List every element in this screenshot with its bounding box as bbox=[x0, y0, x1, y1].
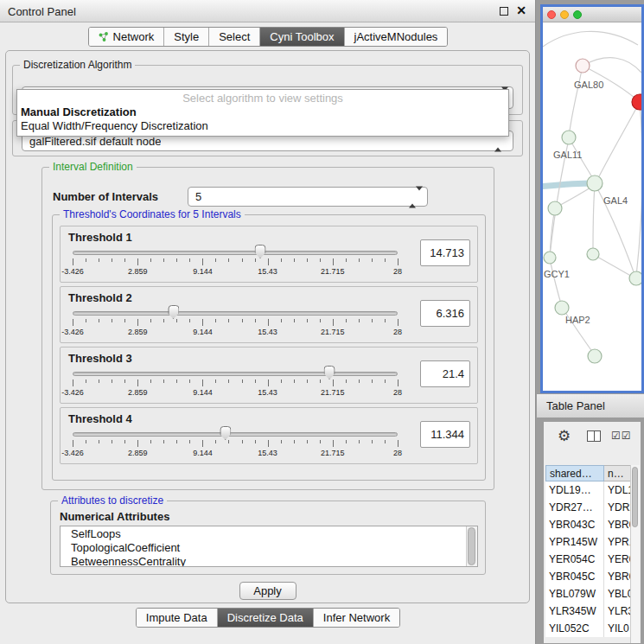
window-title: Control Panel bbox=[8, 5, 76, 18]
table-row[interactable]: YIL052CYIL0… bbox=[545, 620, 632, 637]
slider-track[interactable] bbox=[73, 432, 398, 437]
slider-thumb[interactable] bbox=[168, 305, 179, 319]
threshold-slider[interactable]: -3.4262.8599.14415.4321.71528 bbox=[67, 303, 406, 342]
threshold-slider[interactable]: -3.4262.8599.14415.4321.71528 bbox=[67, 242, 406, 282]
column-header[interactable]: shared… bbox=[545, 465, 604, 481]
network-node[interactable] bbox=[576, 59, 590, 73]
node-label: HAP2 bbox=[565, 315, 590, 325]
tab-select[interactable]: Select bbox=[209, 28, 260, 46]
dropdown-item[interactable]: Manual Discretization bbox=[17, 105, 508, 119]
network-node[interactable] bbox=[629, 271, 641, 285]
table-cell: YIL0… bbox=[604, 620, 632, 637]
tab-discretize-data[interactable]: Discretize Data bbox=[218, 609, 314, 627]
table-row[interactable]: YBR045CYBR0… bbox=[545, 568, 632, 585]
table-row[interactable]: YDL19…YDL1… bbox=[545, 481, 632, 499]
apply-button[interactable]: Apply bbox=[239, 582, 296, 600]
slider-tick-labels: -3.4262.8599.14415.4321.71528 bbox=[73, 449, 398, 458]
tick-label: 21.715 bbox=[321, 328, 345, 336]
slider-thumb[interactable] bbox=[324, 366, 335, 379]
network-node[interactable] bbox=[587, 175, 603, 191]
table-cell: YBL079W bbox=[545, 585, 604, 603]
network-view-window[interactable]: GAL80GAL11GAL4GCY1HAP2 bbox=[540, 4, 644, 393]
threshold-value-field[interactable]: 21.4 bbox=[420, 360, 470, 387]
tick-label: 28 bbox=[393, 267, 402, 276]
tick-label: -3.426 bbox=[61, 449, 84, 457]
scrollbar-thumb[interactable] bbox=[632, 467, 638, 527]
tick-label: 28 bbox=[393, 449, 402, 457]
slider-tick-labels: -3.4262.8599.14415.4321.71528 bbox=[73, 388, 398, 398]
table-row[interactable]: YBL079WYBL0… bbox=[545, 585, 632, 603]
scrollbar-thumb[interactable] bbox=[468, 527, 475, 565]
table-row[interactable]: YER054CYER0… bbox=[545, 551, 632, 568]
node-label: GAL11 bbox=[553, 150, 582, 160]
tab-jactivemnodules[interactable]: jActiveMNodules bbox=[345, 28, 448, 46]
tab-label: Infer Network bbox=[323, 611, 390, 624]
float-window-icon[interactable] bbox=[500, 7, 508, 16]
threshold-row: Threshold 1 -3.4262.8599.14415.4321.7152… bbox=[60, 226, 478, 283]
slider-track[interactable] bbox=[73, 311, 398, 316]
mac-zoom-icon[interactable] bbox=[573, 10, 582, 19]
tab-cyni-toolbox[interactable]: Cyni Toolbox bbox=[260, 28, 344, 46]
attributes-listbox[interactable]: SelfLoopsTopologicalCoefficientBetweenne… bbox=[60, 526, 478, 567]
network-canvas[interactable]: GAL80GAL11GAL4GCY1HAP2 bbox=[543, 22, 641, 391]
table-panel: ⚙ ☑☑ shared…n… YDL19…YDL1…YDR27…YDR2…YBR… bbox=[543, 421, 641, 644]
threshold-value-field[interactable]: 11.344 bbox=[420, 421, 470, 448]
tick-label: 2.859 bbox=[128, 388, 148, 397]
node-label: GAL4 bbox=[603, 195, 628, 206]
slider-track[interactable] bbox=[73, 372, 398, 376]
network-node[interactable] bbox=[587, 248, 599, 260]
table-scrollbar[interactable] bbox=[630, 465, 640, 643]
threshold-slider[interactable]: -3.4262.8599.14415.4321.71528 bbox=[67, 363, 406, 403]
table-cell: YBR0… bbox=[604, 516, 632, 533]
table-cell: YIL052C bbox=[545, 620, 604, 637]
bottom-tab-bar: Impute DataDiscretize DataInfer Network bbox=[0, 608, 536, 628]
gear-icon[interactable]: ⚙ bbox=[558, 427, 571, 445]
tab-network[interactable]: Network bbox=[89, 28, 165, 46]
network-node[interactable] bbox=[588, 349, 602, 363]
table-cell: YBR0… bbox=[604, 568, 632, 585]
slider-thumb[interactable] bbox=[255, 245, 266, 258]
threshold-value-field[interactable]: 14.713 bbox=[420, 239, 470, 266]
tab-impute-data[interactable]: Impute Data bbox=[137, 609, 218, 627]
slider-thumb[interactable] bbox=[220, 426, 231, 440]
tab-infer-network[interactable]: Infer Network bbox=[314, 609, 399, 627]
column-header[interactable]: n… bbox=[604, 465, 632, 481]
node-label: GCY1 bbox=[544, 269, 570, 279]
mac-minimize-icon[interactable] bbox=[560, 10, 569, 19]
network-node[interactable] bbox=[555, 301, 569, 315]
attributes-scrollbar[interactable] bbox=[466, 526, 477, 566]
slider-ticks bbox=[73, 319, 398, 327]
dropdown-item[interactable]: Equal Width/Frequency Discretization bbox=[17, 119, 508, 133]
numerical-attributes-label: Numerical Attributes bbox=[60, 510, 169, 523]
table-cell: YBL0… bbox=[604, 585, 632, 603]
network-node[interactable] bbox=[544, 252, 556, 264]
mac-close-icon[interactable] bbox=[547, 10, 556, 19]
tick-label: 2.859 bbox=[128, 328, 148, 336]
network-node[interactable] bbox=[562, 131, 576, 144]
threshold-slider[interactable]: -3.4262.8599.14415.4321.71528 bbox=[67, 424, 406, 463]
attribute-list-item[interactable]: SelfLoops bbox=[71, 527, 477, 541]
close-icon[interactable]: ✕ bbox=[516, 3, 526, 17]
tab-style[interactable]: Style bbox=[164, 28, 209, 46]
slider-ticks bbox=[73, 379, 398, 387]
tab-label: Select bbox=[219, 30, 250, 43]
tick-label: 15.43 bbox=[258, 449, 277, 457]
table-row[interactable]: YBR043CYBR0… bbox=[545, 516, 632, 533]
tick-label: -3.426 bbox=[61, 388, 84, 397]
discretization-algorithm-group: Discretization Algorithm Select algorith… bbox=[12, 65, 523, 115]
top-tab-bar: NetworkStyleSelectCyni ToolboxjActiveMNo… bbox=[0, 27, 536, 47]
attribute-list-item[interactable]: BetweennessCentrality bbox=[71, 555, 477, 567]
checkboxes-icon[interactable]: ☑☑ bbox=[611, 430, 632, 442]
threshold-value-field[interactable]: 6.316 bbox=[420, 300, 470, 327]
network-view-titlebar bbox=[543, 7, 641, 22]
network-node[interactable] bbox=[548, 201, 562, 215]
table-row[interactable]: YLR345WYLR3… bbox=[545, 603, 632, 620]
table-row[interactable]: YDR27…YDR2… bbox=[545, 499, 632, 516]
table-cell: YDL1… bbox=[604, 481, 632, 499]
number-of-intervals-combobox[interactable]: 5 bbox=[188, 187, 428, 207]
columns-icon[interactable] bbox=[587, 430, 601, 442]
slider-track[interactable] bbox=[73, 251, 398, 255]
attribute-list-item[interactable]: TopologicalCoefficient bbox=[71, 541, 477, 555]
table-row[interactable]: YPR145WYPR1… bbox=[545, 533, 632, 551]
table-cell: YLR3… bbox=[604, 603, 632, 620]
